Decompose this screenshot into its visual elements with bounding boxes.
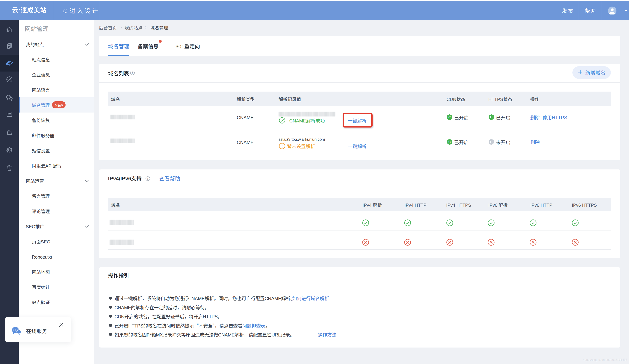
svg-text:C: C bbox=[449, 116, 451, 119]
svg-text:H: H bbox=[490, 116, 492, 119]
svg-text:H: H bbox=[490, 140, 492, 144]
svg-text:C: C bbox=[449, 140, 451, 144]
